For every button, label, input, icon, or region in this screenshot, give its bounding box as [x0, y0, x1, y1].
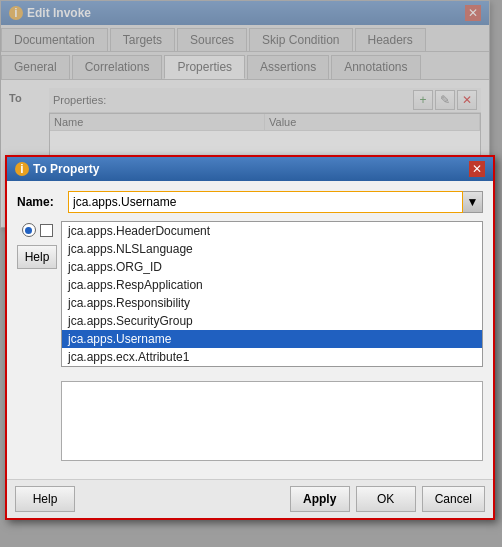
apply-button[interactable]: Apply [290, 486, 350, 512]
list-item[interactable]: jca.apps.SecurityGroup [62, 312, 482, 330]
list-and-value: jca.apps.HeaderDocument jca.apps.NLSLang… [61, 221, 483, 469]
value-area [61, 381, 483, 461]
dialog-titlebar-left: i To Property [15, 162, 99, 176]
cancel-button[interactable]: Cancel [422, 486, 485, 512]
to-property-dialog: i To Property ✕ Name: ▼ [5, 155, 495, 520]
dialog-buttons: Help Apply OK Cancel [7, 479, 493, 518]
dialog-content: Name: ▼ Help [7, 181, 493, 479]
dialog-close-icon: ✕ [472, 162, 482, 176]
list-item[interactable]: jca.apps.NLSLanguage [62, 240, 482, 258]
name-row: Name: ▼ [17, 191, 483, 213]
chevron-down-icon: ▼ [467, 195, 479, 209]
dialog-title: To Property [33, 162, 99, 176]
dropdown-list[interactable]: jca.apps.HeaderDocument jca.apps.NLSLang… [61, 221, 483, 367]
list-item[interactable]: jca.apps.Responsibility [62, 294, 482, 312]
checkbox[interactable] [40, 224, 53, 237]
list-item[interactable]: jca.apps.ORG_ID [62, 258, 482, 276]
radio-inner [25, 227, 32, 234]
name-input-wrap: ▼ [68, 191, 483, 213]
help-side-button[interactable]: Help [17, 245, 57, 269]
ok-button[interactable]: OK [356, 486, 416, 512]
radio-button[interactable] [22, 223, 36, 237]
list-item-selected[interactable]: jca.apps.Username [62, 330, 482, 348]
name-input[interactable] [68, 191, 463, 213]
name-field-label: Name: [17, 195, 62, 209]
dialog-window-icon: i [15, 162, 29, 176]
main-list-area: Help jca.apps.HeaderDocument jca.apps.NL… [17, 221, 483, 469]
side-controls: Help [17, 221, 57, 469]
dialog-titlebar: i To Property ✕ [7, 157, 493, 181]
list-item[interactable]: jca.apps.ecx.Attribute1 [62, 348, 482, 366]
list-item[interactable]: jca.apps.HeaderDocument [62, 222, 482, 240]
list-item[interactable]: jca.apps.RespApplication [62, 276, 482, 294]
dialog-close-button[interactable]: ✕ [469, 161, 485, 177]
dropdown-arrow-button[interactable]: ▼ [463, 191, 483, 213]
help-bottom-button[interactable]: Help [15, 486, 75, 512]
radio-row [22, 221, 53, 237]
